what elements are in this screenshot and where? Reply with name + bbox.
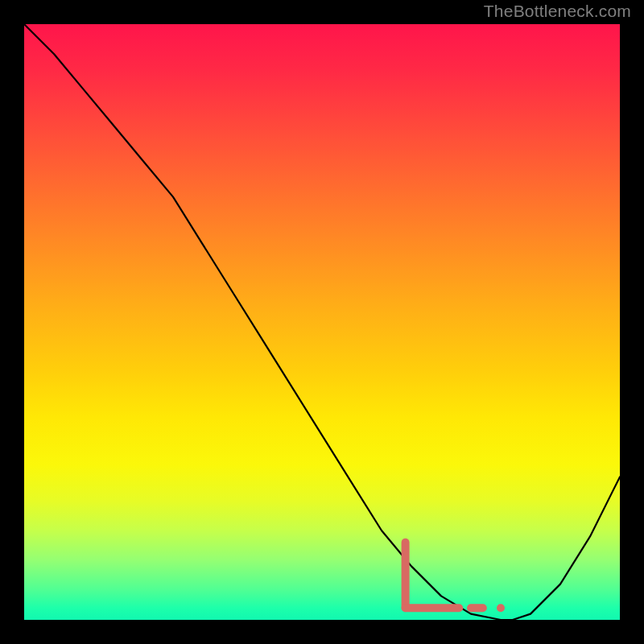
chart-frame: TheBottleneck.com <box>0 0 644 644</box>
minimum-marker <box>406 543 505 612</box>
attribution-text: TheBottleneck.com <box>484 2 631 21</box>
chart-svg <box>24 24 620 620</box>
bottleneck-curve <box>24 24 620 620</box>
svg-point-3 <box>497 604 505 612</box>
plot-area <box>24 24 620 620</box>
